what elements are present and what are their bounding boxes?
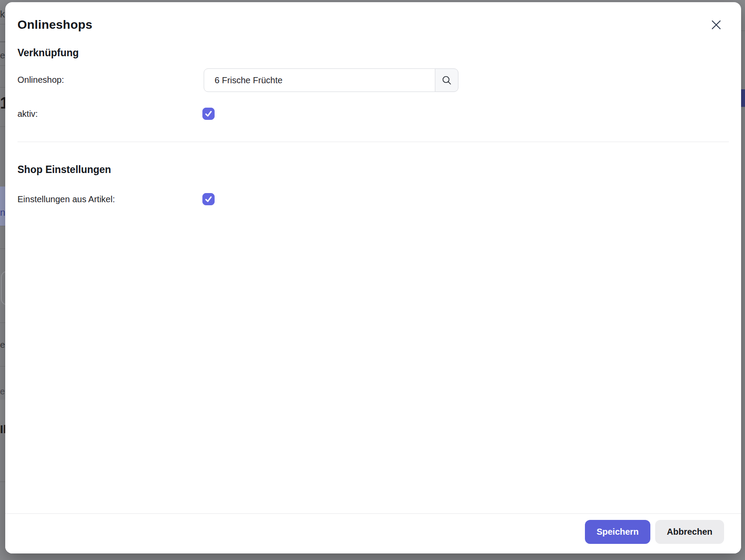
backdrop-row-line [0,482,5,482]
backdrop-text-fragment: e [0,340,5,349]
backdrop-selected-row-fragment [741,89,745,107]
checkmark-icon [204,109,213,118]
cancel-button[interactable]: Abbrechen [655,520,724,544]
backdrop-row-line [0,24,5,24]
einstellungen-aus-artikel-label: Einstellungen aus Artikel: [17,193,115,205]
section-divider [17,142,729,142]
onlineshop-input[interactable] [204,68,435,92]
backdrop-highlighted-row [0,187,5,226]
backdrop-row-line [0,65,5,66]
section-heading-shop-einstellungen: Shop Einstellungen [17,164,111,176]
aktiv-checkbox[interactable] [202,108,215,120]
search-icon [441,75,452,86]
backdrop-row-line [741,107,745,107]
backdrop-row-line [0,41,5,42]
backdrop-row-line [0,87,5,88]
backdrop-text-fragment: n [0,208,5,217]
section-heading-verknuepfung: Verknüpfung [17,47,79,59]
onlineshop-search-button[interactable] [435,68,458,92]
onlineshop-label: Onlineshop: [17,74,64,85]
backdrop-text-fragment: k [0,10,5,19]
backdrop-row-line [0,366,5,367]
backdrop-row-line [0,226,5,226]
backdrop-text-fragment: e [0,51,5,60]
close-button[interactable] [708,17,724,33]
backdrop-row-line [0,126,5,127]
einstellungen-aus-artikel-checkbox[interactable] [202,193,215,205]
dialog-footer: Speichern Abbrechen [5,513,741,553]
dialog-title: Onlineshops [17,18,92,32]
checkmark-icon [204,195,213,204]
onlineshop-input-group [204,68,458,92]
backdrop-row-line [0,322,5,323]
onlineshops-dialog: Onlineshops Verknüpfung Onlineshop: akti… [5,2,741,553]
close-icon [711,20,721,30]
aktiv-label: aktiv: [17,108,38,119]
backdrop-row-line [0,248,5,249]
save-button[interactable]: Speichern [585,520,650,544]
backdrop-row-line [741,31,745,31]
